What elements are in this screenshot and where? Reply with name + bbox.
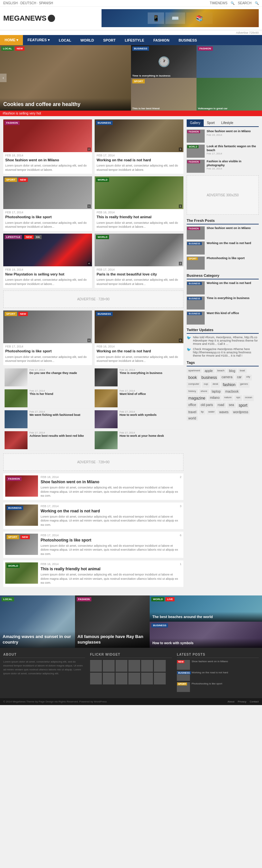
article-paris[interactable]: WORLD 3 FEB 17, 2014 Paris is the most b… (95, 234, 183, 288)
sidebar-advertise[interactable]: ADVERTISE 300x250 (187, 175, 259, 215)
tag-travel[interactable]: travel (187, 410, 198, 414)
nav-features[interactable]: FEATURES ▾ (23, 35, 54, 45)
tag-tip[interactable]: tip (199, 410, 205, 414)
footer-link-privacy[interactable]: Privacy (238, 700, 246, 703)
tag-road[interactable]: road (216, 402, 226, 408)
tag-sea[interactable]: sea (227, 402, 236, 408)
tag-history[interactable]: history (187, 389, 198, 394)
hero-dog[interactable]: SPORT This is her best friend (131, 78, 197, 111)
flickr-7[interactable] (90, 673, 102, 684)
tag-oldparis[interactable]: old paris (199, 402, 215, 408)
tag-macbook[interactable]: macbook (224, 389, 240, 394)
flickr-11[interactable] (141, 673, 153, 684)
tag-world[interactable]: world (187, 416, 198, 421)
hero-main[interactable]: LOCAL NEW ‹ › Cookies and coffee are hea… (0, 45, 131, 111)
language-selector[interactable]: ENGLISH · DEUTSCH · SPANISH (3, 1, 53, 5)
tag-book[interactable]: book (187, 375, 199, 380)
flickr-4[interactable] (128, 660, 140, 672)
tag-shore[interactable]: shore (199, 389, 209, 394)
tab-lifestyle[interactable]: Lifestyle (218, 119, 237, 126)
logo[interactable]: MEGANEWS (3, 14, 55, 23)
footer-post-2[interactable]: BUSINESS Working on the road is not hard (177, 671, 259, 681)
feature-camera[interactable]: SPORT NEW FEB 17, 2014 6 Photoshooting i… (3, 532, 183, 558)
small-article-clock[interactable]: Feb 16, 2014 Time is everything in busin… (93, 367, 183, 388)
tag-car[interactable]: car (235, 375, 243, 380)
tab-sport[interactable]: Sport (204, 119, 218, 126)
article-camera[interactable]: SPORT NEW 1 FEB 17, 2014 Photoshooting i… (3, 176, 92, 231)
small-article-friend[interactable]: Feb 17, 2014 This Is her friend (3, 388, 93, 409)
article-camera2[interactable]: SPORT NEW 0 FEB 17, 2014 Photoshooting i… (3, 310, 92, 365)
business-post-2[interactable]: BUSINESS Time is everything in business (187, 297, 259, 310)
tag-nature[interactable]: nature (223, 395, 234, 401)
footer-post-1[interactable]: NEW Shoe fashion went on in Milano (177, 660, 259, 670)
article-cheetah[interactable]: WORLD 1 FEB 16, 2014 This is really frie… (95, 176, 183, 231)
tag-desk[interactable]: desk (211, 382, 220, 388)
nav-home[interactable]: HOME ▾ (0, 35, 23, 45)
search-icon2[interactable]: 🔍 (255, 1, 259, 5)
tag-camera[interactable]: camera (220, 375, 234, 380)
nav-lifestyle[interactable]: LIFESTYLE (120, 35, 149, 45)
tag-blog[interactable]: blog (227, 368, 237, 373)
advertise-banner-2[interactable]: ADVERTISE · 728×90 (3, 454, 183, 471)
flickr-5[interactable] (141, 660, 153, 672)
tag-cup[interactable]: cup (202, 382, 210, 388)
fresh-post-1[interactable]: FASHION Shoe fashion went on in Milano (187, 226, 259, 240)
tag-boat[interactable]: boat (238, 368, 246, 373)
tab-gallery[interactable]: Gallery (187, 119, 204, 126)
bottom-hero-bag[interactable]: FASHION All famous people have Ray Ban s… (75, 595, 150, 648)
tag-ocean[interactable]: ocean (243, 395, 254, 401)
hero-clock[interactable]: BUSINESS 🕐 Time is everything in busines… (131, 45, 197, 78)
fresh-post-2[interactable]: BUSINESS Working on the road is not hard (187, 242, 259, 254)
flickr-1[interactable] (90, 660, 102, 672)
fresh-post-3[interactable]: SPORT Photoshooting is like sport (187, 256, 259, 270)
small-article-keyboard[interactable]: Feb 17, 2014 Do you see the change they … (3, 367, 93, 388)
flickr-8[interactable] (103, 673, 115, 684)
footer-link-about[interactable]: About (228, 700, 234, 703)
bottom-hero-beach[interactable]: WORLD LIVE The best beaches around the w… (150, 595, 262, 622)
tag-water[interactable]: water (207, 410, 216, 414)
sidebar-post-1[interactable]: FASHION Shoe fashion went on in Milano F… (187, 130, 259, 143)
small-article-homedesk[interactable]: Feb 17, 2014 How to work at your home de… (93, 430, 183, 451)
feature-shoes[interactable]: FASHION FEB 18, 2014 2 Shoe fashion went… (3, 473, 183, 500)
tag-magazine[interactable]: magazine (187, 395, 207, 401)
nav-business[interactable]: BUSINESS (174, 35, 201, 45)
tag-apartment[interactable]: apartment (187, 368, 202, 373)
tag-fashion[interactable]: fashion (221, 382, 237, 388)
tag-business[interactable]: business (200, 375, 219, 380)
flickr-3[interactable] (116, 660, 127, 672)
flickr-12[interactable] (154, 673, 166, 684)
feature-cheetah[interactable]: WORLD FEB 16, 2014 1 This is really frie… (3, 560, 183, 587)
tag-sport[interactable]: sport (237, 402, 249, 408)
tag-games[interactable]: games (238, 382, 250, 388)
small-article-bike[interactable]: Feb 17, 2014 Achieve best results with b… (3, 430, 93, 451)
sidebar-post-2[interactable]: WORLD Look at this fantastic wagon on th… (187, 145, 259, 158)
advertise-banner-1[interactable]: ADVERTISE · 728×90 (3, 290, 183, 308)
flickr-9[interactable] (116, 673, 127, 684)
article-drone[interactable]: LIFESTYLE NEW DA 4 FEB 19, 2014 New Play… (3, 234, 92, 288)
tag-npc[interactable]: npc (234, 395, 242, 401)
nav-fashion[interactable]: FASHION (149, 35, 174, 45)
footer-post-3[interactable]: SPORT Photoshooting is like sport (177, 682, 259, 692)
article-shoes[interactable]: FASHION 2 FEB 18, 2014 Shoe fashion went… (3, 119, 92, 174)
tag-computer[interactable]: computer (187, 382, 201, 388)
hero-prev[interactable]: ‹ (0, 73, 6, 82)
tag-wordpress[interactable]: wordpress (232, 410, 250, 414)
small-article-fishing[interactable]: Feb 17, 2014 We went fishing with fashio… (3, 409, 93, 430)
article-laptop[interactable]: BUSINESS 3 FEB 17, 2014 Working on the r… (95, 119, 183, 174)
footer-link-contact[interactable]: Contact (250, 700, 259, 703)
bottom-hero-symbols[interactable]: BUSINESS How to work with symbols (150, 622, 262, 648)
small-article-office[interactable]: Feb 17, 2014 Want kind of office (93, 388, 183, 409)
small-article-symbols[interactable]: Feb 17, 2014 How to work with symbols (93, 409, 183, 430)
article-laptop2[interactable]: BUSINESS 0 FEB 16, 2014 Working on the r… (95, 310, 183, 365)
nav-local[interactable]: LOCAL (54, 35, 76, 45)
nav-sport[interactable]: SPORT (98, 35, 120, 45)
flickr-10[interactable] (128, 673, 140, 684)
tag-laptop[interactable]: laptop (210, 389, 222, 394)
search-label[interactable]: SEARCH (238, 1, 252, 5)
tag-milano[interactable]: milano (208, 395, 221, 401)
hero-van[interactable]: Volkswagen is great car (197, 78, 262, 111)
hero-fashion[interactable]: FASHION (197, 45, 262, 78)
header-banner[interactable]: 📱 ⌨️ 📚 (101, 9, 259, 27)
tag-beach[interactable]: beach (216, 368, 226, 373)
business-post-1[interactable]: BUSINESS Working on the road is not hard (187, 281, 259, 294)
